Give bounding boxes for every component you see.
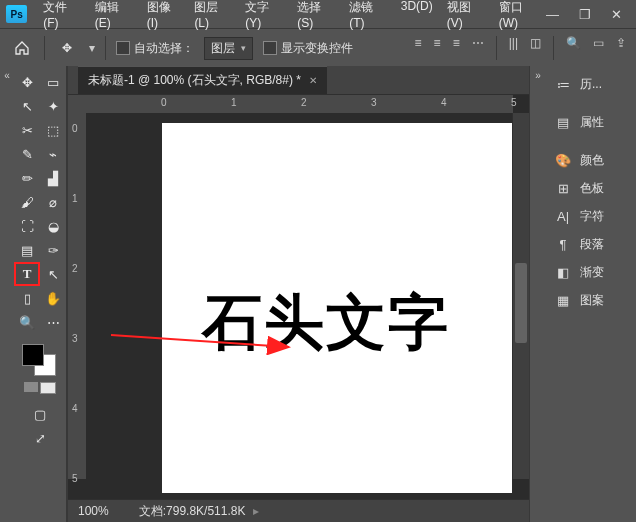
auto-select-checkbox[interactable]: 自动选择： bbox=[116, 40, 194, 57]
share-icon[interactable]: ⇪ bbox=[616, 36, 626, 60]
document-canvas[interactable]: 石头文字 bbox=[162, 123, 512, 493]
tool-artboard[interactable]: ▭ bbox=[42, 72, 64, 92]
panel-gradient[interactable]: ◧ 渐变 bbox=[546, 258, 636, 286]
doc-window-icon[interactable]: ▭ bbox=[593, 36, 604, 60]
panel-pattern[interactable]: ▦ 图案 bbox=[546, 286, 636, 314]
panel-collapse-icon[interactable]: » bbox=[530, 66, 546, 522]
app-badge: Ps bbox=[6, 5, 27, 23]
auto-select-kind-dropdown[interactable]: 图层 ▾ bbox=[204, 37, 253, 60]
toolbox-more[interactable]: ⤢ bbox=[29, 428, 51, 448]
canvas-text-layer[interactable]: 石头文字 bbox=[202, 283, 450, 364]
show-transform-checkbox[interactable]: 显示变换控件 bbox=[263, 40, 353, 57]
show-transform-label: 显示变换控件 bbox=[281, 40, 353, 57]
main-menu: 文件(F) 编辑(E) 图像(I) 图层(L) 文字(Y) 选择(S) 滤镜(T… bbox=[37, 0, 546, 34]
panel-dock: ≔ 历... ▤ 属性 🎨 颜色 ⊞ 色板 A| 字符 ¶ bbox=[546, 66, 636, 522]
menu-image[interactable]: 图像(I) bbox=[141, 0, 187, 34]
tool-pencil[interactable]: ✏ bbox=[16, 168, 38, 188]
left-gutter-expand-icon[interactable]: « bbox=[0, 66, 14, 522]
align-bottom-icon[interactable]: ≡ bbox=[453, 36, 460, 60]
tool-zoom[interactable]: 🔍 bbox=[16, 312, 38, 332]
tool-move[interactable]: ✥ bbox=[16, 72, 38, 92]
screenmode-icon[interactable] bbox=[40, 382, 56, 394]
auto-select-label: 自动选择： bbox=[134, 40, 194, 57]
tool-brush[interactable]: 🖌 bbox=[16, 192, 38, 212]
color-swatches[interactable] bbox=[16, 342, 64, 378]
close-tab-icon[interactable]: ✕ bbox=[309, 75, 317, 86]
distribute-h-icon[interactable]: ||| bbox=[509, 36, 518, 60]
more-icon[interactable]: ⋯ bbox=[472, 36, 484, 60]
gradient-icon: ◧ bbox=[554, 265, 572, 279]
vertical-scrollbar[interactable] bbox=[512, 113, 529, 479]
panel-label: 渐变 bbox=[580, 264, 604, 281]
ruler-h-tick: 4 bbox=[441, 97, 447, 108]
swatches-icon: ⊞ bbox=[554, 181, 572, 195]
panel-color[interactable]: 🎨 颜色 bbox=[546, 146, 636, 174]
menu-view[interactable]: 视图(V) bbox=[441, 0, 491, 34]
align-top-icon[interactable]: ≡ bbox=[415, 36, 422, 60]
tool-magic-wand[interactable]: ✦ bbox=[42, 96, 64, 116]
ruler-v-tick: 5 bbox=[72, 473, 78, 484]
ruler-v-tick: 3 bbox=[72, 333, 78, 344]
foreground-color[interactable] bbox=[22, 344, 44, 366]
menu-layer[interactable]: 图层(L) bbox=[188, 0, 237, 34]
ruler-h-tick: 5 bbox=[511, 97, 517, 108]
window-minimize-icon[interactable]: — bbox=[546, 7, 559, 22]
menu-filter[interactable]: 滤镜(T) bbox=[343, 0, 392, 34]
tool-type[interactable]: T bbox=[16, 264, 38, 284]
panel-history[interactable]: ≔ 历... bbox=[546, 70, 636, 98]
home-icon[interactable] bbox=[10, 36, 34, 60]
tool-path[interactable]: ✑ bbox=[42, 240, 64, 260]
options-bar: ✥ ▾ 自动选择： 图层 ▾ 显示变换控件 ≡ ≡ ≡ ⋯ ||| ◫ 🔍 ▭ … bbox=[0, 28, 636, 68]
tool-gradient[interactable]: ⛶ bbox=[16, 216, 38, 236]
menu-edit[interactable]: 编辑(E) bbox=[89, 0, 139, 34]
ruler-h-tick: 0 bbox=[161, 97, 167, 108]
tool-hand[interactable]: ✋ bbox=[42, 288, 64, 308]
status-doc-size: 799.8K/511.8K bbox=[166, 504, 245, 518]
tool-crop[interactable]: ✂ bbox=[16, 120, 38, 140]
panel-swatches[interactable]: ⊞ 色板 bbox=[546, 174, 636, 202]
ruler-v-tick: 4 bbox=[72, 403, 78, 414]
toolbox: ✥ ▭ ↖ ✦ ✂ ⬚ ✎ ⌁ ✏ ▟ 🖌 ⌀ ⛶ ◒ ▤ ✑ T ↖ ▯ ✋ … bbox=[14, 66, 67, 522]
panel-properties[interactable]: ▤ 属性 bbox=[546, 108, 636, 136]
change-screen-mode[interactable]: ▢ bbox=[29, 404, 51, 424]
menu-type[interactable]: 文字(Y) bbox=[239, 0, 289, 34]
ruler-corner bbox=[68, 95, 86, 113]
quick-search-icon[interactable]: 🔍 bbox=[566, 36, 581, 60]
menu-3d[interactable]: 3D(D) bbox=[395, 0, 439, 34]
history-icon: ≔ bbox=[554, 77, 572, 91]
panel-character[interactable]: A| 字符 bbox=[546, 202, 636, 230]
status-chevron-icon[interactable]: ▸ bbox=[253, 504, 259, 518]
tool-dodge[interactable]: ◒ bbox=[42, 216, 64, 236]
tool-clone[interactable]: ▟ bbox=[42, 168, 64, 188]
tool-shape[interactable]: ▯ bbox=[16, 288, 38, 308]
tool-direct-select[interactable]: ↖ bbox=[42, 264, 64, 284]
menu-select[interactable]: 选择(S) bbox=[291, 0, 341, 34]
scrollbar-thumb[interactable] bbox=[515, 263, 527, 343]
panel-paragraph[interactable]: ¶ 段落 bbox=[546, 230, 636, 258]
ruler-v-tick: 0 bbox=[72, 123, 78, 134]
menu-window[interactable]: 窗口(W) bbox=[493, 0, 546, 34]
document-tab[interactable]: 未标题-1 @ 100% (石头文字, RGB/8#) * ✕ bbox=[78, 66, 327, 94]
quickmask-icon[interactable] bbox=[24, 382, 38, 392]
ruler-h-tick: 3 bbox=[371, 97, 377, 108]
ruler-h-tick: 1 bbox=[231, 97, 237, 108]
tool-eyedropper[interactable]: ✎ bbox=[16, 144, 38, 164]
window-close-icon[interactable]: ✕ bbox=[611, 7, 622, 22]
tool-edit-toolbar[interactable]: ⋯ bbox=[42, 312, 64, 332]
tool-frame[interactable]: ⬚ bbox=[42, 120, 64, 140]
menu-file[interactable]: 文件(F) bbox=[37, 0, 86, 34]
3d-icon[interactable]: ◫ bbox=[530, 36, 541, 60]
status-doc-label: 文档: bbox=[139, 504, 166, 518]
tool-pen[interactable]: ▤ bbox=[16, 240, 38, 260]
tool-lasso[interactable]: ↖ bbox=[16, 96, 38, 116]
move-tool-indicator-icon[interactable]: ✥ bbox=[55, 36, 79, 60]
window-restore-icon[interactable]: ❐ bbox=[579, 7, 591, 22]
color-icon: 🎨 bbox=[554, 153, 572, 167]
ruler-v-tick: 2 bbox=[72, 263, 78, 274]
ruler-h-tick: 2 bbox=[301, 97, 307, 108]
tool-eraser[interactable]: ⌀ bbox=[42, 192, 64, 212]
zoom-level[interactable]: 100% bbox=[78, 504, 109, 518]
tool-healing[interactable]: ⌁ bbox=[42, 144, 64, 164]
align-middle-icon[interactable]: ≡ bbox=[434, 36, 441, 60]
ruler-v-tick: 1 bbox=[72, 193, 78, 204]
